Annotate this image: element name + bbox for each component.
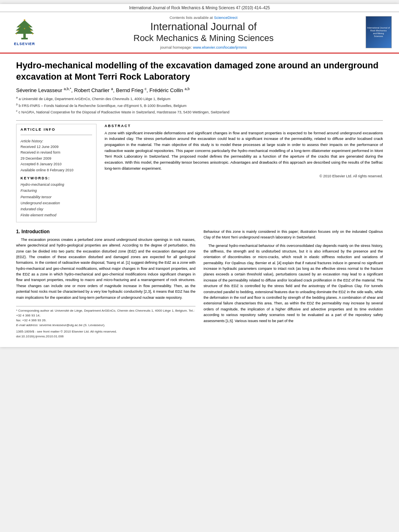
paper-title: Hydro-mechanical modelling of the excava… xyxy=(16,60,383,83)
article-info-box: ARTICLE INFO Article history: Received 1… xyxy=(16,124,97,222)
keyword-6: Finite element method xyxy=(21,212,92,218)
article-history: Article history: Received 12 June 2009 R… xyxy=(21,138,92,173)
intro-paragraph-left: The excavation process creates a perturb… xyxy=(16,237,195,300)
main-text: 1. Introduction The excavation process c… xyxy=(16,229,383,339)
svg-point-9 xyxy=(31,30,32,31)
sciencedirect-label: Contents lists available at ScienceDirec… xyxy=(170,15,238,20)
article-info-title: ARTICLE INFO xyxy=(21,127,92,131)
svg-point-6 xyxy=(19,26,21,27)
journal-title-block: Contents lists available at ScienceDirec… xyxy=(47,15,360,49)
authors-line: Séverine Levasseur a,b,*, Robert Charlie… xyxy=(16,87,383,93)
journal-citation-bar: International Journal of Rock Mechanics … xyxy=(0,4,399,12)
svg-point-7 xyxy=(29,26,30,27)
journal-name-line1: International Journal of xyxy=(150,21,257,33)
keyword-1: Hydro-mechanical coupling xyxy=(21,182,92,188)
corresponding-author-note: * Corresponding author at: Université de… xyxy=(16,308,195,328)
doi-line: doi:10.1016/j.ijrmms.2010.01.006 xyxy=(16,334,195,339)
journal-citation: International Journal of Rock Mechanics … xyxy=(129,6,270,10)
col-right: Behaviour of this zone is mainly conside… xyxy=(204,229,383,339)
affiliations-block: a a Université de Liège, Department ArGE… xyxy=(16,96,383,115)
keywords-title: Keywords: xyxy=(21,176,92,180)
page: International Journal of Rock Mechanics … xyxy=(0,4,399,347)
introduction-heading: 1. Introduction xyxy=(16,229,195,234)
keywords-section: Keywords: Hydro-mechanical coupling Frac… xyxy=(21,176,92,219)
history-label: Article history: xyxy=(21,139,43,143)
affiliation-a: a a Université de Liège, Department ArGE… xyxy=(16,96,383,102)
elsevier-brand-label: ELSEVIER xyxy=(14,42,35,46)
svg-point-12 xyxy=(24,28,25,29)
received-revised-label: Received in revised form xyxy=(21,150,60,154)
abstract-text: A zone with significant irreversible def… xyxy=(105,130,383,172)
received-revised-date: 29 December 2009 xyxy=(21,156,51,160)
footnotes: * Corresponding author at: Université de… xyxy=(16,306,195,339)
abstract-title: ABSTRACT xyxy=(105,124,383,128)
svg-point-11 xyxy=(32,33,33,35)
intro-paragraph-right-1: Behaviour of this zone is mainly conside… xyxy=(204,229,383,240)
keyword-2: Fracturing xyxy=(21,188,92,194)
abstract-section: ABSTRACT A zone with significant irrever… xyxy=(105,124,383,222)
svg-point-10 xyxy=(16,33,17,35)
received-date: Received 12 June 2009 xyxy=(21,145,59,149)
issn-line: 1365-1609/$ - see front matter © 2010 El… xyxy=(16,329,195,334)
svg-point-5 xyxy=(24,19,25,21)
keyword-5: Indurated clay xyxy=(21,206,92,212)
svg-point-8 xyxy=(18,30,19,31)
article-info-abstract: ARTICLE INFO Article history: Received 1… xyxy=(16,124,383,222)
cover-thumbnail: International Journal ofRock Mechanicsan… xyxy=(366,16,392,48)
journal-cover-image: International Journal ofRock Mechanicsan… xyxy=(364,15,393,49)
sciencedirect-link[interactable]: ScienceDirect xyxy=(214,15,238,20)
svg-rect-1 xyxy=(21,38,28,39)
info-divider xyxy=(21,135,92,135)
col-left: 1. Introduction The excavation process c… xyxy=(16,229,195,339)
journal-homepage: journal homepage: www.elsevier.com/locat… xyxy=(160,45,247,49)
elsevier-tree-icon xyxy=(12,18,37,41)
accepted-date: Accepted 8 January 2010 xyxy=(21,162,62,166)
copyright-notice: © 2010 Elsevier Ltd. All rights reserved… xyxy=(105,174,383,178)
journal-name-line2: Rock Mechanics & Mining Sciences xyxy=(134,33,274,43)
journal-header: ELSEVIER Contents lists available at Sci… xyxy=(0,12,399,53)
intro-paragraph-right-2: The general hydro-mechanical behaviour o… xyxy=(204,243,383,324)
affiliation-c: c c NAGRA, National Cooperative for the … xyxy=(16,109,383,115)
affiliation-b: b b FRS-FNRS – Fonds National de la Rech… xyxy=(16,103,383,109)
divider xyxy=(16,120,383,121)
keyword-4: Underground excavation xyxy=(21,200,92,206)
available-date: Available online 8 February 2010 xyxy=(21,168,73,172)
paper-content: Hydro-mechanical modelling of the excava… xyxy=(0,53,399,347)
homepage-url[interactable]: www.elsevier.com/locate/ijrmms xyxy=(193,45,247,49)
cover-thumbnail-text: International Journal ofRock Mechanicsan… xyxy=(366,25,391,39)
keyword-3: Permeability tensor xyxy=(21,194,92,200)
email-label: E-mail address: severine.levasseur@ulg.a… xyxy=(16,323,105,327)
elsevier-logo: ELSEVIER xyxy=(6,15,43,49)
